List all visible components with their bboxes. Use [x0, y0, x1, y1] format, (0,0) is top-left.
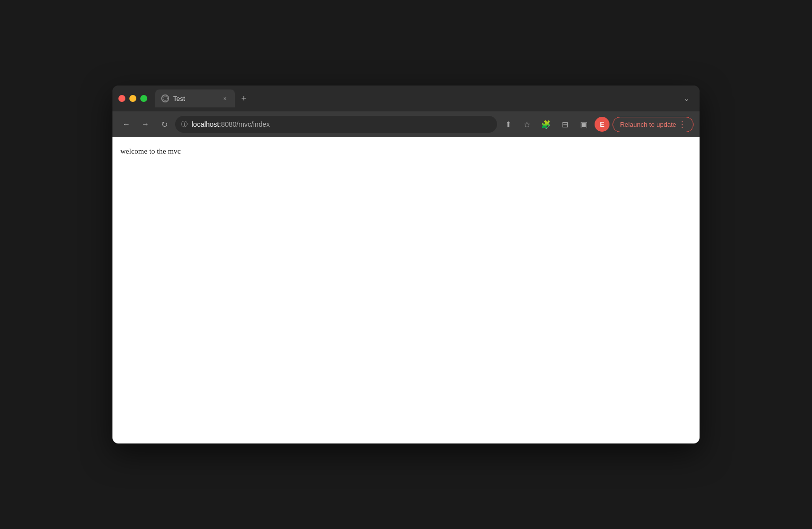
tab-title: Test: [173, 95, 217, 102]
close-button[interactable]: [118, 95, 125, 102]
tab-bar: Test × + ⌄: [155, 89, 694, 107]
relaunch-button[interactable]: Relaunch to update ⋮: [612, 117, 694, 132]
tab-list-button[interactable]: ⌄: [680, 91, 694, 105]
page-content: welcome to the mvc: [112, 137, 700, 166]
traffic-lights: [118, 95, 151, 102]
tab-close-button[interactable]: ×: [221, 94, 229, 102]
sidebar-button[interactable]: ▣: [576, 116, 592, 132]
address-bar[interactable]: ⓘ localhost:8080/mvc/index: [175, 116, 497, 133]
relaunch-label: Relaunch to update: [620, 121, 676, 128]
address-path: 8080/mvc/index: [221, 120, 270, 128]
share-button[interactable]: ⬆: [500, 116, 516, 132]
nav-bar: ← → ↻ ⓘ localhost:8080/mvc/index ⬆ ☆ 🧩 ⊟…: [112, 111, 700, 137]
back-button[interactable]: ←: [118, 116, 134, 132]
minimize-button[interactable]: [129, 95, 136, 102]
browser-tab[interactable]: Test ×: [155, 89, 235, 107]
browser-window: Test × + ⌄ ← → ↻ ⓘ localhost:8080/mvc/in…: [112, 86, 700, 443]
relaunch-more-icon: ⋮: [678, 120, 686, 129]
address-domain: localhost:: [192, 120, 221, 128]
forward-button[interactable]: →: [137, 116, 153, 132]
extensions-button[interactable]: 🧩: [538, 116, 554, 132]
content-area: welcome to the mvc: [112, 137, 700, 443]
tab-favicon: [161, 94, 169, 102]
bookmark-button[interactable]: ☆: [519, 116, 535, 132]
title-bar: Test × + ⌄: [112, 86, 700, 111]
info-icon: ⓘ: [181, 120, 188, 129]
maximize-button[interactable]: [140, 95, 147, 102]
new-tab-button[interactable]: +: [237, 91, 251, 105]
page-text: welcome to the mvc: [120, 147, 692, 156]
media-button[interactable]: ⊟: [557, 116, 573, 132]
reload-button[interactable]: ↻: [156, 116, 172, 132]
address-text: localhost:8080/mvc/index: [192, 120, 270, 128]
extension-avatar[interactable]: E: [595, 117, 609, 132]
